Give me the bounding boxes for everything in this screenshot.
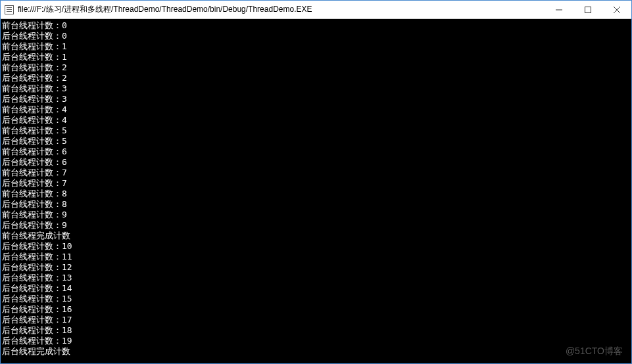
console-line: 前台线程计数：1 [2,41,631,52]
console-line: 后台线程计数：14 [2,283,631,294]
app-window: file:///F:/练习/进程和多线程/ThreadDemo/ThreadDe… [0,0,632,364]
console-line: 后台线程计数：10 [2,241,631,252]
console-line: 前台线程计数：7 [2,168,631,178]
console-line: 后台线程计数：15 [2,294,631,304]
maximize-icon [585,7,591,13]
close-icon [614,7,620,13]
console-line: 后台线程计数：19 [2,336,631,346]
console-line: 后台线程计数：6 [2,157,631,168]
console-line: 后台线程计数：11 [2,252,631,262]
console-line: 前台线程计数：0 [2,20,631,31]
console-line: 前台线程计数：6 [2,147,631,157]
console-line: 后台线程计数：3 [2,94,631,104]
console-line: 后台线程计数：17 [2,315,631,325]
window-title: file:///F:/练习/进程和多线程/ThreadDemo/ThreadDe… [18,4,545,15]
console-output: 前台线程计数：0后台线程计数：0前台线程计数：1后台线程计数：1前台线程计数：2… [1,19,631,363]
window-controls [545,1,631,18]
console-line: 后台线程计数：4 [2,115,631,125]
titlebar: file:///F:/练习/进程和多线程/ThreadDemo/ThreadDe… [1,1,631,19]
maximize-button[interactable] [573,1,602,18]
minimize-icon [556,7,562,13]
console-line: 后台线程计数：0 [2,31,631,41]
console-line: 后台线程计数：16 [2,304,631,315]
console-line: 前台线程计数：5 [2,125,631,136]
console-line: 后台线程计数：2 [2,73,631,83]
app-icon [5,5,14,14]
console-line: 后台线程完成计数 [2,346,631,357]
console-line: 后台线程计数：5 [2,136,631,147]
console-line: 后台线程计数：8 [2,199,631,210]
console-line: 后台线程计数：18 [2,325,631,336]
console-line: 后台线程计数：9 [2,220,631,231]
console-line: 后台线程计数：1 [2,52,631,62]
console-line: 前台线程计数：9 [2,210,631,220]
console-line: 后台线程计数：12 [2,262,631,273]
console-line: 前台线程计数：3 [2,83,631,94]
close-button[interactable] [602,1,631,18]
console-line: 后台线程计数：7 [2,178,631,189]
console-line: 前台线程计数：2 [2,62,631,73]
console-line: 前台线程完成计数 [2,231,631,241]
console-line: 前台线程计数：4 [2,104,631,115]
console-line: 前台线程计数：8 [2,189,631,199]
svg-rect-1 [585,7,591,12]
console-line: 后台线程计数：13 [2,273,631,283]
minimize-button[interactable] [545,1,573,18]
